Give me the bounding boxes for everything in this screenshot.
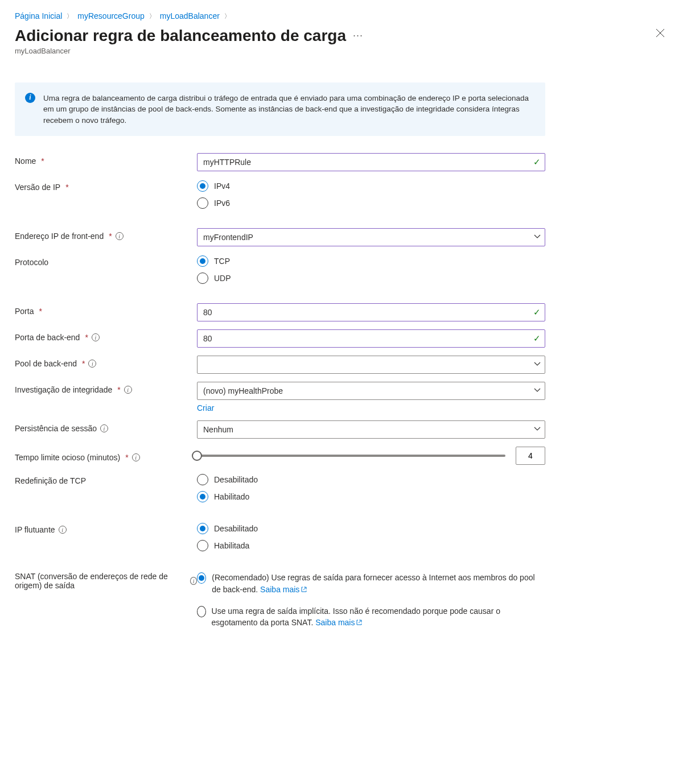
info-icon: i [25, 93, 35, 103]
idle-timeout-value[interactable] [516, 447, 545, 465]
label-frontend-ip: Endereço IP de front-end* i [15, 228, 197, 241]
info-hint-icon[interactable]: i [59, 526, 67, 534]
chevron-right-icon: 〉 [223, 12, 232, 20]
breadcrumb-resource-group[interactable]: myResourceGroup [77, 11, 145, 20]
info-hint-icon[interactable]: i [92, 333, 100, 341]
chevron-right-icon: 〉 [148, 12, 157, 20]
slider-thumb[interactable] [192, 451, 202, 461]
label-floating-ip: IP flutuante i [15, 522, 197, 534]
breadcrumb: Página Inicial 〉 myResourceGroup 〉 myLoa… [15, 11, 668, 20]
close-button[interactable] [652, 26, 668, 42]
radio-tcp-reset-disabled[interactable]: Desabilitado [197, 474, 545, 485]
radio-floating-ip-disabled[interactable]: Desabilitado [197, 523, 545, 534]
info-text: Uma regra de balanceamento de carga dist… [43, 93, 534, 126]
breadcrumb-home[interactable]: Página Inicial [15, 11, 62, 20]
more-icon[interactable]: ··· [353, 30, 363, 42]
backend-pool-select[interactable] [197, 356, 545, 374]
radio-floating-ip-enabled[interactable]: Habilitada [197, 540, 545, 551]
radio-ipv6[interactable]: IPv6 [197, 197, 545, 209]
label-protocol: Protocolo [15, 254, 197, 267]
radio-ipv4[interactable]: IPv4 [197, 180, 545, 192]
create-health-probe-link[interactable]: Criar [197, 403, 214, 412]
info-hint-icon[interactable]: i [100, 424, 108, 432]
external-link-icon [301, 584, 307, 595]
radio-tcp-reset-enabled[interactable]: Habilitado [197, 491, 545, 502]
radio-snat-recommended[interactable]: (Recomendado) Use regras de saída para f… [197, 572, 545, 595]
info-hint-icon[interactable]: i [132, 453, 140, 461]
label-backend-pool: Pool de back-end* i [15, 356, 197, 368]
label-outbound-snat: SNAT (conversão de endereços de rede de … [15, 571, 197, 590]
session-persistence-select[interactable]: Nenhum [197, 420, 545, 439]
close-icon [656, 28, 665, 38]
label-idle-timeout: Tempo limite ocioso (minutos)* i [15, 449, 197, 462]
breadcrumb-load-balancer[interactable]: myLoadBalancer [160, 11, 220, 20]
learn-more-link[interactable]: Saiba mais [260, 585, 307, 594]
page-title: Adicionar regra de balanceamento de carg… [15, 26, 346, 46]
external-link-icon [356, 617, 363, 628]
info-hint-icon[interactable]: i [124, 386, 132, 394]
label-ip-version: Versão de IP* [15, 179, 197, 192]
radio-tcp[interactable]: TCP [197, 255, 545, 267]
port-input[interactable] [197, 303, 545, 321]
label-port: Porta* [15, 303, 197, 316]
info-hint-icon[interactable]: i [88, 360, 96, 368]
label-session-persistence: Persistência de sessão i [15, 420, 197, 433]
frontend-ip-select[interactable]: myFrontendIP [197, 228, 545, 246]
info-box: i Uma regra de balanceamento de carga di… [15, 82, 545, 137]
name-input[interactable] [197, 153, 545, 171]
chevron-right-icon: 〉 [65, 12, 74, 20]
label-tcp-reset: Redefinição de TCP [15, 473, 197, 485]
radio-udp[interactable]: UDP [197, 273, 545, 284]
label-health-probe: Investigação de integridade* i [15, 382, 197, 394]
label-name: Nome* [15, 153, 197, 166]
radio-snat-implicit[interactable]: Use uma regra de saída implícita. Isso n… [197, 605, 545, 629]
idle-timeout-slider[interactable] [197, 455, 505, 457]
label-backend-port: Porta de back-end* i [15, 329, 197, 342]
health-probe-select[interactable]: (novo) myHealthProbe [197, 382, 545, 400]
info-hint-icon[interactable]: i [116, 232, 124, 240]
page-subtitle: myLoadBalancer [15, 47, 668, 55]
learn-more-link[interactable]: Saiba mais [315, 618, 363, 627]
info-hint-icon[interactable]: i [190, 577, 197, 585]
backend-port-input[interactable] [197, 329, 545, 348]
